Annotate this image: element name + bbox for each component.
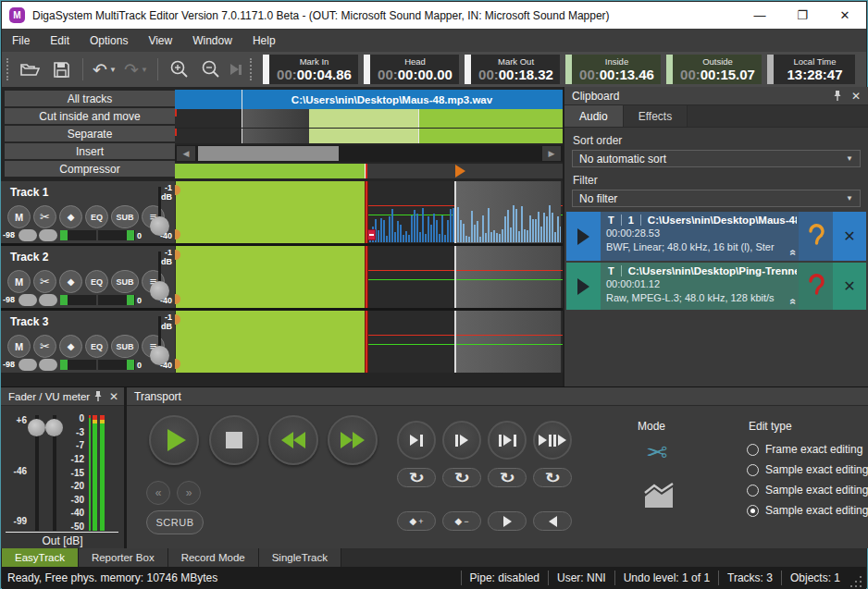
tab-easytrack[interactable]: EasyTrack — [2, 548, 79, 567]
button-separate[interactable]: Separate — [5, 126, 175, 142]
pan-knob-left[interactable] — [19, 294, 37, 306]
pan-knob-right[interactable] — [39, 359, 57, 371]
tab-audio[interactable]: Audio — [564, 105, 624, 127]
mute-button[interactable]: M — [7, 335, 31, 358]
close-button[interactable]: ✕ — [824, 2, 866, 29]
tab-singletrack[interactable]: SingleTrack — [259, 548, 341, 567]
expand-chevron-icon[interactable]: « — [787, 250, 799, 256]
tab-reporter-box[interactable]: Reporter Box — [79, 548, 168, 567]
marker-button[interactable]: ◆ — [59, 205, 82, 228]
pan-knob-right[interactable] — [39, 229, 57, 241]
menu-edit[interactable]: Edit — [40, 29, 80, 52]
sub-button[interactable]: SUB — [111, 270, 139, 293]
play-button[interactable] — [566, 212, 601, 261]
clipboard-entry-1[interactable]: T 1 C:\Users\nin\Desktop\Maus-48.mp 00:0… — [566, 212, 866, 261]
play-between-marks-button[interactable] — [488, 421, 527, 460]
time-display-inside[interactable]: Inside 00:00:13.46 — [565, 55, 661, 84]
mute-button[interactable]: M — [7, 205, 31, 228]
prelisten-button[interactable] — [799, 212, 833, 261]
zoom-in-button[interactable] — [166, 56, 193, 82]
menu-options[interactable]: Options — [80, 29, 138, 52]
toolbar-grip[interactable] — [6, 58, 8, 80]
expand-chevron-icon[interactable]: « — [787, 299, 799, 305]
minimize-button[interactable]: — — [738, 2, 781, 29]
save-button[interactable] — [47, 56, 75, 82]
audio-object[interactable] — [176, 181, 365, 243]
loop-button-4[interactable]: ↻ — [533, 468, 572, 487]
time-display-head[interactable]: Head 00:00:00.00 — [364, 55, 459, 84]
overview-object-bar[interactable]: C:\Users\nin\Desktop\Maus-48.mp3.wav — [175, 90, 563, 109]
zoom-out-button[interactable] — [197, 56, 225, 82]
loop-button-2[interactable]: ↻ — [442, 468, 481, 487]
cut-button[interactable]: ✂ — [33, 205, 56, 228]
playhead-marker-icon[interactable] — [455, 165, 465, 178]
radio-sample-exact-1[interactable]: Sample exact editing at — [747, 463, 868, 476]
timeline-ruler[interactable] — [175, 164, 563, 178]
close-icon[interactable]: ✕ — [851, 90, 861, 103]
radio-sample-exact-2[interactable]: Sample exact editing us — [747, 484, 868, 497]
sub-button[interactable]: SUB — [111, 205, 139, 228]
button-compressor[interactable]: Compressor — [5, 161, 175, 178]
fast-forward-button[interactable] — [328, 415, 378, 465]
mute-button[interactable]: M — [7, 270, 31, 293]
maximize-button[interactable]: ❐ — [781, 2, 824, 29]
stop-button[interactable] — [209, 415, 259, 465]
loop-button-1[interactable]: ↻ — [397, 468, 436, 487]
pan-knob-left[interactable] — [19, 359, 37, 371]
scrub-button[interactable]: SCRUB — [146, 510, 204, 534]
pin-icon[interactable] — [833, 90, 842, 102]
prelisten-button[interactable] — [799, 263, 833, 310]
open-button[interactable] — [16, 56, 43, 82]
play-to-mark-button[interactable] — [397, 421, 436, 460]
overview-track-2[interactable] — [175, 109, 563, 128]
menu-file[interactable]: File — [2, 29, 40, 52]
eq-button[interactable]: EQ — [85, 335, 108, 358]
time-display-local-time[interactable]: Local Time 13:28:47 — [767, 55, 855, 84]
menu-help[interactable]: Help — [242, 29, 286, 52]
skip-back-button[interactable]: « — [146, 481, 170, 505]
time-display-mark-out[interactable]: Mark Out 00:00:18.32 — [465, 55, 560, 84]
goto-marker-button[interactable] — [229, 56, 243, 82]
tab-record-mode[interactable]: Record Mode — [168, 548, 259, 567]
play-button[interactable] — [566, 263, 601, 310]
menu-view[interactable]: View — [138, 29, 182, 52]
envelope-mode-icon[interactable] — [643, 480, 676, 509]
marker-button[interactable]: ◆ — [59, 335, 82, 358]
remove-entry-button[interactable]: ✕ — [833, 263, 866, 310]
remove-marker-button[interactable]: ◆− — [442, 511, 481, 531]
resize-grip[interactable] — [850, 574, 863, 587]
time-display-outside[interactable]: Outside 00:00:15.07 — [666, 55, 762, 84]
button-cut-inside-and-move[interactable]: Cut inside and move — [5, 108, 175, 125]
prev-marker-button[interactable] — [533, 511, 572, 531]
clipboard-entry-2[interactable]: T C:\Users\nin\Desktop\Ping-Trenner.M 00… — [566, 263, 866, 310]
time-display-mark-in[interactable]: Mark In 00:00:04.86 — [263, 55, 358, 84]
rewind-button[interactable] — [268, 415, 318, 465]
play-button[interactable] — [149, 415, 199, 465]
scrollbar-thumb[interactable] — [198, 146, 339, 161]
undo-button[interactable]: ↶▼ — [91, 56, 118, 82]
fader-knob-left[interactable] — [28, 419, 45, 436]
play-around-mark-button[interactable] — [533, 421, 572, 460]
pan-knob-right[interactable] — [39, 294, 57, 306]
pin-icon[interactable] — [93, 390, 103, 402]
button-insert[interactable]: Insert — [5, 143, 175, 160]
menu-window[interactable]: Window — [182, 29, 242, 52]
pan-knob-left[interactable] — [19, 229, 37, 241]
filter-select[interactable]: No filter ▼ — [572, 190, 861, 207]
audio-object[interactable] — [176, 311, 365, 373]
eq-button[interactable]: EQ — [85, 205, 108, 228]
redo-button[interactable]: ↷▼ — [122, 56, 150, 82]
button-all-tracks[interactable]: All tracks — [5, 91, 175, 107]
radio-frame-exact[interactable]: Frame exact editing — [747, 443, 862, 456]
add-marker-button[interactable]: ◆+ — [397, 511, 436, 531]
close-icon[interactable]: ✕ — [109, 390, 118, 403]
radio-sample-exact-3[interactable]: Sample exact editing us — [747, 504, 868, 517]
remove-entry-button[interactable]: ✕ — [833, 212, 866, 261]
fader-knob-right[interactable] — [45, 419, 63, 436]
tab-effects[interactable]: Effects — [624, 105, 688, 127]
track-2-lane[interactable] — [175, 246, 563, 308]
loop-button-3[interactable]: ↻ — [488, 468, 527, 487]
marker-button[interactable]: ◆ — [59, 270, 82, 293]
cut-button[interactable]: ✂ — [33, 335, 56, 358]
scroll-right-arrow[interactable]: ▶ — [542, 146, 561, 161]
